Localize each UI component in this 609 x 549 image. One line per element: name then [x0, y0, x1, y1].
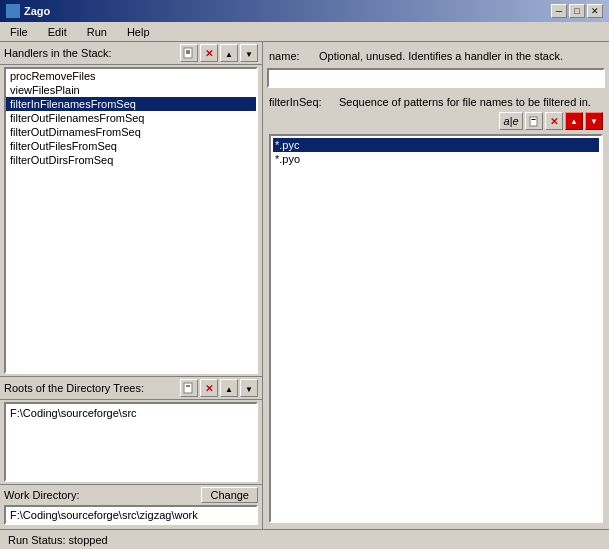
list-item[interactable]: *.pyc: [273, 138, 599, 152]
roots-label: Roots of the Directory Trees:: [4, 382, 144, 394]
svg-rect-5: [530, 117, 537, 126]
seq-edit-text-button[interactable]: a|e: [499, 112, 523, 130]
handlers-listbox[interactable]: procRemoveFiles viewFilesPlain filterInF…: [4, 67, 258, 374]
roots-header: Roots of the Directory Trees: ✕: [0, 377, 262, 400]
list-item[interactable]: filterInFilenamesFromSeq: [6, 97, 256, 111]
filter-in-seq-label: filterInSeq:: [269, 96, 339, 108]
filter-in-seq-row: filterInSeq: Sequence of patterns for fi…: [267, 92, 605, 110]
handlers-new-button[interactable]: [180, 44, 198, 62]
work-dir-change-button[interactable]: Change: [201, 487, 258, 503]
window-controls: ─ □ ✕: [551, 4, 603, 18]
seq-listbox[interactable]: *.pyc *.pyo: [269, 134, 603, 523]
name-input[interactable]: [267, 68, 605, 88]
list-item[interactable]: filterOutDirnamesFromSeq: [6, 125, 256, 139]
handlers-down-button[interactable]: [240, 44, 258, 62]
name-label: name:: [269, 50, 319, 62]
menu-file[interactable]: File: [4, 24, 34, 40]
left-panel: Handlers in the Stack: ✕ procRemoveFiles…: [0, 42, 263, 529]
app-icon: [6, 4, 20, 18]
seq-delete-button[interactable]: ✕: [545, 112, 563, 130]
close-button[interactable]: ✕: [587, 4, 603, 18]
filter-in-seq-desc: Sequence of patterns for file names to b…: [339, 96, 603, 108]
name-description: Optional, unused. Identifies a handler i…: [319, 50, 603, 62]
list-item[interactable]: filterOutDirsFromSeq: [6, 153, 256, 167]
seq-up-button[interactable]: ▲: [565, 112, 583, 130]
right-panel: name: Optional, unused. Identifies a han…: [263, 42, 609, 529]
roots-down-button[interactable]: [240, 379, 258, 397]
list-item[interactable]: viewFilesPlain: [6, 83, 256, 97]
status-text: Run Status: stopped: [8, 534, 108, 546]
menu-edit[interactable]: Edit: [42, 24, 73, 40]
right-content: name: Optional, unused. Identifies a han…: [267, 46, 605, 525]
handlers-delete-button[interactable]: ✕: [200, 44, 218, 62]
list-item[interactable]: procRemoveFiles: [6, 69, 256, 83]
handlers-up-button[interactable]: [220, 44, 238, 62]
work-dir-value: F:\Coding\sourceforge\src\zigzag\work: [4, 505, 258, 525]
handlers-toolbar: ✕: [180, 44, 258, 62]
list-item[interactable]: filterOutFilesFromSeq: [6, 139, 256, 153]
handlers-list-area: procRemoveFiles viewFilesPlain filterInF…: [0, 65, 262, 376]
seq-toolbar: a|e ✕ ▲ ▼: [267, 110, 605, 132]
seq-new-button[interactable]: [525, 112, 543, 130]
work-dir-label: Work Directory:: [4, 489, 80, 501]
handlers-header: Handlers in the Stack: ✕: [0, 42, 262, 65]
roots-toolbar: ✕: [180, 379, 258, 397]
status-bar: Run Status: stopped: [0, 529, 609, 549]
window-title: Zago: [6, 4, 50, 18]
menu-bar: File Edit Run Help: [0, 22, 609, 42]
menu-run[interactable]: Run: [81, 24, 113, 40]
roots-new-button[interactable]: [180, 379, 198, 397]
roots-up-button[interactable]: [220, 379, 238, 397]
handlers-label: Handlers in the Stack:: [4, 47, 112, 59]
minimize-button[interactable]: ─: [551, 4, 567, 18]
maximize-button[interactable]: □: [569, 4, 585, 18]
title-bar: Zago ─ □ ✕: [0, 0, 609, 22]
name-row: name: Optional, unused. Identifies a han…: [267, 46, 605, 66]
svg-rect-3: [184, 383, 192, 393]
work-dir-section: Work Directory: Change F:\Coding\sourcef…: [0, 484, 262, 529]
list-item[interactable]: F:\Coding\sourceforge\src: [8, 406, 254, 420]
list-item[interactable]: filterOutFilenamesFromSeq: [6, 111, 256, 125]
roots-listbox[interactable]: F:\Coding\sourceforge\src: [4, 402, 258, 482]
menu-help[interactable]: Help: [121, 24, 156, 40]
work-dir-header: Work Directory: Change: [4, 487, 258, 503]
seq-down-button[interactable]: ▼: [585, 112, 603, 130]
list-item[interactable]: *.pyo: [273, 152, 599, 166]
main-content: Handlers in the Stack: ✕ procRemoveFiles…: [0, 42, 609, 529]
roots-section: Roots of the Directory Trees: ✕ F:\Codin…: [0, 376, 262, 484]
roots-delete-button[interactable]: ✕: [200, 379, 218, 397]
